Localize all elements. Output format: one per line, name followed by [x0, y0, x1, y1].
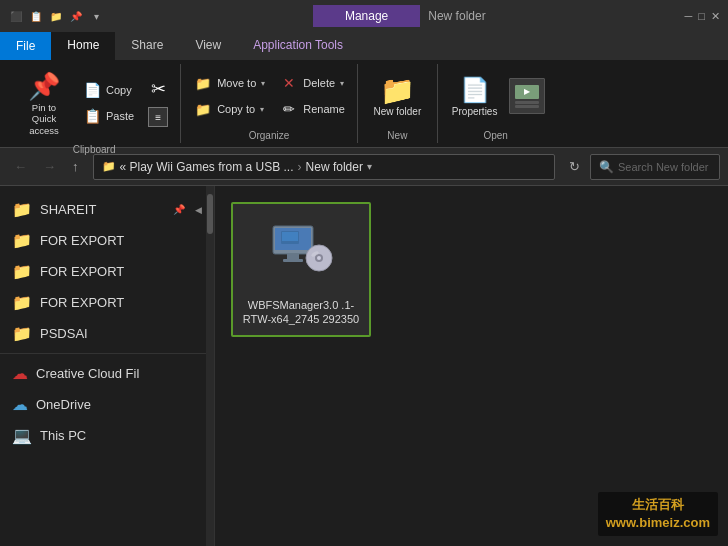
pc-icon: 💻: [12, 426, 32, 445]
tab-file[interactable]: File: [0, 32, 51, 60]
paste-button[interactable]: 📋 Paste: [78, 104, 138, 128]
ribbon-group-clipboard: 📌 Pin to Quick access 📄 Copy 📋 Paste ✂: [8, 64, 181, 143]
pin-to-quick-access-button[interactable]: 📌 Pin to Quick access: [16, 66, 72, 140]
organize-col: 📁 Move to ▾ 📁 Copy to ▾: [189, 71, 269, 121]
back-button[interactable]: ←: [8, 155, 33, 178]
quick-access-icon: ⬛: [8, 8, 24, 24]
refresh-button[interactable]: ↻: [563, 155, 586, 178]
ribbon: 📌 Pin to Quick access 📄 Copy 📋 Paste ✂: [0, 60, 728, 148]
tab-home[interactable]: Home: [51, 32, 115, 60]
open-content: 📄 Properties ▶: [446, 66, 546, 128]
new-folder-button[interactable]: 📁 New folder: [367, 70, 427, 122]
address-bar: ← → ↑ 📁 « Play Wii Games from a USB ... …: [0, 148, 728, 186]
sidebar-item-label: OneDrive: [36, 397, 91, 412]
sidebar-item-label: SHAREIT: [40, 202, 96, 217]
title-bar-center: Manage New folder: [114, 5, 685, 27]
forward-button[interactable]: →: [37, 155, 62, 178]
copy-to-arrow: ▾: [260, 105, 264, 114]
window-title: New folder: [428, 9, 485, 23]
delete-button[interactable]: ✕ Delete ▾: [275, 71, 349, 95]
maximize-btn[interactable]: □: [698, 10, 705, 23]
copy-path-button[interactable]: ≡: [144, 105, 172, 129]
new-folder-icon: 📁: [381, 74, 413, 106]
sidebar-item-shareit[interactable]: 📁 SHAREIT 📌 ◀: [0, 194, 214, 225]
address-path[interactable]: 📁 « Play Wii Games from a USB ... › New …: [93, 154, 556, 180]
up-button[interactable]: ↑: [66, 155, 85, 178]
pin-badge: 📌: [173, 204, 185, 215]
svg-rect-3: [283, 259, 303, 262]
open-col: ▶: [509, 78, 545, 114]
copy-label: Copy: [106, 84, 132, 96]
sidebar-scrollbar-track: [206, 186, 214, 546]
copy-paste-col: 📄 Copy 📋 Paste: [78, 78, 138, 128]
onedrive-icon: ☁: [12, 395, 28, 414]
sidebar-item-label: FOR EXPORT: [40, 295, 124, 310]
copy-to-button[interactable]: 📁 Copy to ▾: [189, 97, 269, 121]
clipboard-content: 📌 Pin to Quick access 📄 Copy 📋 Paste ✂: [16, 66, 172, 142]
file-name: WBFSManager3.0 .1-RTW-x64_2745 292350: [241, 298, 361, 327]
paste-icon: 📋: [82, 106, 102, 126]
close-btn[interactable]: ✕: [711, 10, 720, 23]
title-bar-icons: ⬛ 📋 📁 📌 ▾: [8, 8, 104, 24]
tab-application-tools[interactable]: Application Tools: [237, 32, 359, 60]
sidebar-item-for-export-3[interactable]: 📁 FOR EXPORT: [0, 287, 214, 318]
copy-icon: 📄: [82, 80, 102, 100]
cut-button[interactable]: ✂: [144, 77, 172, 101]
sidebar-item-this-pc[interactable]: 💻 This PC: [0, 420, 214, 451]
main-content: WBFSManager3.0 .1-RTW-x64_2745 292350 生活…: [215, 186, 728, 546]
tab-share[interactable]: Share: [115, 32, 179, 60]
pin-icon: 📌: [28, 70, 60, 102]
breadcrumb-icon: 📁: [102, 160, 116, 173]
open-options-icon: ▶: [509, 78, 545, 114]
manage-tab[interactable]: Manage: [313, 5, 420, 27]
sidebar-item-psdsai[interactable]: 📁 PSDSAI: [0, 318, 214, 349]
new-folder-label: New folder: [373, 106, 421, 118]
properties-label: Properties: [452, 106, 498, 118]
cut-col: ✂ ≡: [144, 77, 172, 129]
paste-label: Paste: [106, 110, 134, 122]
rename-button[interactable]: ✏ Rename: [275, 97, 349, 121]
sidebar-item-label: FOR EXPORT: [40, 233, 124, 248]
sidebar-item-onedrive[interactable]: ☁ OneDrive: [0, 389, 214, 420]
path-subfolder: New folder: [306, 160, 363, 174]
sidebar-item-creative-cloud[interactable]: ☁ Creative Cloud Fil: [0, 358, 214, 389]
ribbon-group-organize: 📁 Move to ▾ 📁 Copy to ▾ ✕ Delete ▾ ✏: [181, 64, 358, 143]
organize-label: Organize: [249, 130, 290, 141]
rename-label: Rename: [303, 103, 345, 115]
sidebar-scrollbar-thumb[interactable]: [207, 194, 213, 234]
folder-icon: 📁: [48, 8, 64, 24]
sidebar-item-for-export-2[interactable]: 📁 FOR EXPORT: [0, 256, 214, 287]
copy-to-icon: 📁: [193, 99, 213, 119]
folder-icon: 📁: [12, 200, 32, 219]
cloud-red-icon: ☁: [12, 364, 28, 383]
sidebar-item-label: FOR EXPORT: [40, 264, 124, 279]
copy-button[interactable]: 📄 Copy: [78, 78, 138, 102]
tab-view[interactable]: View: [179, 32, 237, 60]
ribbon-tabs: File Home Share View Application Tools: [0, 32, 728, 60]
delete-arrow: ▾: [340, 79, 344, 88]
folder-icon: 📁: [12, 262, 32, 281]
rename-icon: ✏: [279, 99, 299, 119]
open-label: Open: [483, 130, 507, 141]
path-text: « Play Wii Games from a USB ...: [120, 160, 294, 174]
delete-icon: ✕: [279, 73, 299, 93]
properties-button[interactable]: 📄 Properties: [446, 70, 504, 122]
search-placeholder: Search New folder: [618, 161, 709, 173]
watermark-line2: www.bimeiz.com: [606, 514, 710, 532]
sidebar-item-for-export-1[interactable]: 📁 FOR EXPORT: [0, 225, 214, 256]
sidebar-divider: [0, 353, 214, 354]
content-area: 📁 SHAREIT 📌 ◀ 📁 FOR EXPORT 📁 FOR EXPORT …: [0, 186, 728, 546]
minimize-btn[interactable]: ─: [685, 10, 693, 23]
watermark: 生活百科 www.bimeiz.com: [598, 492, 718, 536]
sidebar: 📁 SHAREIT 📌 ◀ 📁 FOR EXPORT 📁 FOR EXPORT …: [0, 186, 215, 546]
move-to-arrow: ▾: [261, 79, 265, 88]
file-item-wbfs[interactable]: WBFSManager3.0 .1-RTW-x64_2745 292350: [231, 202, 371, 337]
copy-path-icon: ≡: [148, 107, 168, 127]
move-to-button[interactable]: 📁 Move to ▾: [189, 71, 269, 95]
path-expand-icon: ▾: [367, 161, 372, 172]
path-separator: ›: [298, 160, 302, 174]
new-label: New: [387, 130, 407, 141]
copy-to-label: Copy to: [217, 103, 255, 115]
search-box[interactable]: 🔍 Search New folder: [590, 154, 720, 180]
window-controls: ─ □ ✕: [685, 10, 720, 23]
